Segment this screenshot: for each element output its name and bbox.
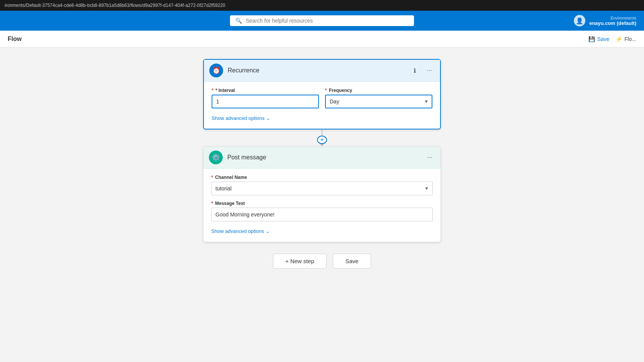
frequency-select-wrapper: Day Second Minute Hour Week Month ▼ — [325, 95, 432, 108]
nav-right: 👤 Environments enayu.com (default) — [574, 15, 636, 26]
recurrence-info-button[interactable]: ℹ — [409, 65, 420, 76]
postmessage-chevron-down-icon: ⌄ — [266, 228, 270, 234]
flow-top-button[interactable]: ⚡ Flo... — [616, 36, 636, 42]
save-top-button[interactable]: 💾 Save — [588, 36, 610, 42]
url-text: ironments/Default-37574ca4-cde8-4d8b-bcb… — [5, 3, 225, 8]
frequency-label: * Frequency — [325, 88, 432, 93]
message-required: * — [211, 201, 213, 206]
postmessage-show-advanced-label: Show advanced options — [211, 228, 264, 234]
interval-input[interactable] — [212, 95, 319, 108]
chevron-down-icon: ⌄ — [266, 115, 270, 121]
search-input[interactable] — [246, 18, 409, 24]
frequency-group: * Frequency Day Second Minute Hour Week … — [325, 88, 432, 108]
postmessage-title: Post message — [227, 154, 420, 161]
connector: + — [317, 129, 327, 146]
frequency-required: * — [325, 88, 327, 93]
channel-select-wrapper: tutorial general random ▼ — [211, 182, 433, 195]
channel-form-row: * Channel Name tutorial general random ▼ — [211, 175, 433, 195]
frequency-select[interactable]: Day Second Minute Hour Week Month — [325, 95, 432, 108]
canvas: ⏰ Recurrence ℹ ··· * * Interval * — [0, 48, 644, 362]
channel-name-select[interactable]: tutorial general random — [211, 182, 433, 195]
postmessage-body: * Channel Name tutorial general random ▼ — [204, 169, 440, 242]
recurrence-body: * * Interval * Frequency Day Second — [204, 82, 440, 129]
message-text-form-row: * Message Text — [211, 201, 433, 221]
app-title: Flow — [8, 36, 21, 43]
flow-icon: ⚡ — [616, 36, 622, 42]
search-icon: 🔍 — [235, 18, 242, 24]
environment-label: Environments — [589, 16, 636, 20]
channel-required: * — [211, 175, 213, 180]
postmessage-actions: ··· — [424, 152, 435, 163]
postmessage-show-advanced-button[interactable]: Show advanced options ⌄ — [211, 227, 270, 236]
bottom-actions: + New step Save — [273, 254, 371, 269]
save-top-label: Save — [597, 36, 610, 42]
search-box[interactable]: 🔍 — [230, 15, 414, 26]
channel-name-group: * Channel Name tutorial general random ▼ — [211, 175, 433, 195]
recurrence-more-button[interactable]: ··· — [424, 65, 435, 76]
environment-info: Environments enayu.com (default) — [589, 16, 636, 26]
postmessage-card: ⚙️ Post message ··· * Channel Name tutor… — [203, 146, 441, 242]
postmessage-icon: ⚙️ — [209, 151, 223, 164]
flow-top-label: Flo... — [624, 36, 636, 42]
recurrence-icon: ⏰ — [209, 64, 223, 77]
title-bar: ironments/Default-37574ca4-cde8-4d8b-bcb… — [0, 0, 644, 11]
recurrence-form-row: * * Interval * Frequency Day Second — [212, 88, 432, 108]
app-title-section: Flow — [8, 36, 21, 43]
avatar-icon[interactable]: 👤 — [574, 15, 585, 26]
save-icon: 💾 — [588, 36, 595, 42]
recurrence-title: Recurrence — [228, 67, 405, 74]
message-text-input[interactable] — [211, 208, 433, 221]
add-step-button[interactable]: + — [317, 136, 327, 144]
recurrence-card: ⏰ Recurrence ℹ ··· * * Interval * — [203, 59, 441, 129]
message-text-group: * Message Text — [211, 201, 433, 221]
interval-label: * * Interval — [212, 88, 319, 93]
nav-bar: 🔍 👤 Environments enayu.com (default) — [0, 11, 644, 31]
postmessage-more-button[interactable]: ··· — [424, 152, 435, 163]
new-step-button[interactable]: + New step — [273, 254, 327, 269]
interval-required: * — [212, 88, 214, 93]
postmessage-header: ⚙️ Post message ··· — [204, 147, 440, 169]
recurrence-show-advanced-button[interactable]: Show advanced options ⌄ — [212, 114, 270, 123]
connector-line-top — [322, 129, 322, 136]
new-step-label: + New step — [285, 258, 314, 264]
save-label: Save — [345, 258, 358, 264]
show-advanced-label: Show advanced options — [212, 115, 264, 121]
save-button[interactable]: Save — [333, 254, 371, 269]
recurrence-header: ⏰ Recurrence ℹ ··· — [204, 60, 440, 82]
interval-group: * * Interval — [212, 88, 319, 108]
message-text-label: * Message Text — [211, 201, 433, 206]
environment-name: enayu.com (default) — [589, 20, 636, 26]
app-bar-actions: 💾 Save ⚡ Flo... — [588, 36, 636, 42]
channel-name-label: * Channel Name — [211, 175, 433, 180]
app-bar: Flow 💾 Save ⚡ Flo... — [0, 31, 644, 48]
recurrence-actions: ℹ ··· — [409, 65, 435, 76]
